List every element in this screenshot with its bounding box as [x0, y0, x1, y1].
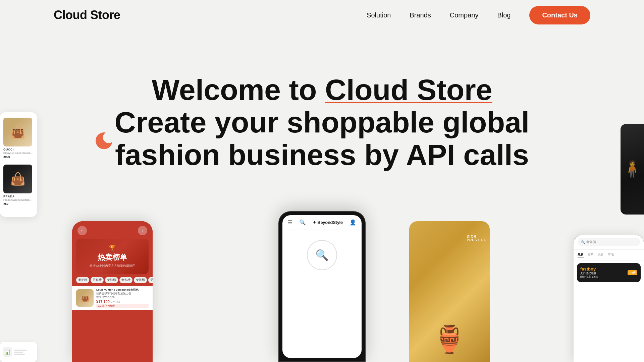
product-brand-1: GUCCI [3, 148, 34, 151]
search-text-right: 老爸裤 [586, 240, 596, 244]
product-image-1: 👜 [3, 118, 32, 146]
phone-product-row: 👜 Louis Vuitton | Boulogne女士棕色 经典交织字母帆布配… [72, 286, 153, 310]
navbar: Cloud Store Solution Brands Company Blog… [0, 0, 644, 30]
tab-latest[interactable]: 最新 [578, 252, 584, 257]
search-circle: 🔍 [307, 240, 337, 270]
phone-red-mockup: ← ↑ 🏆 热卖榜单 根据72小时内官方方销量数据排序 美护榜 男鞋榜 女鞋榜 … [72, 221, 153, 362]
nav-link-solution[interactable]: Solution [367, 11, 391, 19]
phone-badge: 8.2折 亿万销售 [96, 304, 149, 308]
dior-product-image: DIORPRESTIGE 🏺 [409, 221, 490, 362]
phone-product-thumb: 👜 [76, 289, 94, 307]
dior-label: DIORPRESTIGE [467, 235, 486, 242]
product-desc-1: Dionysus small shoulder... [3, 152, 34, 155]
promo-text: 限时促享 7.5折 [580, 275, 598, 279]
fashion-bg: 🧍 [621, 124, 644, 215]
bottom-left-stats-card: 📊 [0, 342, 37, 362]
hero-title-brand: Cloud Store [325, 73, 492, 106]
phone-price-old: ¥23114 [111, 301, 120, 304]
promo-badge: 7.5折 [628, 270, 637, 275]
phone-black-inner: ☰ 🔍 ✦ BeyondStyle 👤 🔍 [282, 215, 362, 358]
phone-banner-title: 热卖榜单 [80, 252, 145, 262]
product-price-2: ¥50 [3, 202, 34, 205]
dior-bg: DIORPRESTIGE 🏺 [409, 221, 490, 362]
phone-tab-5[interactable]: 男装 [148, 277, 153, 283]
product-price-1: ¥990 [3, 155, 34, 159]
search-icon-right: 🔍 [581, 240, 585, 244]
hero-title-plain: Welcome to [152, 73, 325, 106]
nav-link-blog[interactable]: Blog [497, 11, 511, 19]
tab-food[interactable]: 美食 [598, 252, 604, 257]
phone-product-info: Louis Vuitton | Boulogne女士棕色 经典交织字母帆布配皮波… [96, 288, 149, 308]
search-icon: 🔍 [299, 219, 306, 226]
mini-line-1 [14, 350, 27, 351]
nav-link-company[interactable]: Company [450, 11, 479, 19]
phone-banner-subtitle: 根据72小时内官方方销量数据排序 [80, 264, 145, 268]
dior-bottle-icon: 🏺 [433, 324, 466, 355]
phone-black-mockup: ☰ 🔍 ✦ BeyondStyle 👤 🔍 [278, 211, 366, 362]
hero-section: Welcome to Cloud Store Create your shopp… [0, 30, 644, 362]
product-item-2: 👜 PRADA Prada Galleria Saffiano leath...… [3, 165, 34, 205]
hero-title-line1: Welcome to Cloud Store [152, 74, 492, 106]
product-desc-2: Prada Galleria Saffiano leath... [3, 198, 34, 201]
promo-sub: 无门槛优惠券 [580, 272, 598, 275]
phone-right-inner: 🔍 老爸裤 最新 图片 美食 本地 fastboy 无门槛优惠券 限时促享 7.… [574, 235, 644, 362]
mini-line-3 [14, 354, 25, 355]
mini-lines [14, 350, 27, 355]
product-brand-2: PRADA [3, 195, 34, 198]
mini-chart-icon: 📊 [3, 347, 12, 357]
phone-price-new: ¥17,100 [96, 300, 110, 304]
phone-black-search-bar: ☰ 🔍 ✦ BeyondStyle 👤 [282, 215, 362, 230]
phone-right-search-bar[interactable]: 🔍 老爸裤 [578, 238, 640, 246]
search-circle-icon: 🔍 [315, 249, 329, 261]
phone-right-tabs: 最新 图片 美食 本地 [574, 250, 644, 260]
phone-tab-2[interactable]: 女鞋榜 [105, 277, 118, 283]
left-product-card: 👜 GUCCI Dionysus small shoulder... ¥990 … [0, 112, 37, 217]
phone-right-header: 🔍 老爸裤 [574, 235, 644, 250]
phone-tab-4[interactable]: 女装榜 [134, 277, 147, 283]
nav-link-brands[interactable]: Brands [410, 11, 431, 19]
phone-red-header: ← ↑ [72, 221, 153, 239]
product-image-2: 👜 [3, 165, 32, 193]
contact-us-button[interactable]: Contact Us [529, 6, 590, 24]
beyond-style-logo: ✦ BeyondStyle [313, 220, 342, 225]
phone-red-tabs: 美护榜 男鞋榜 女鞋榜 女包榜 女装榜 男装 [72, 274, 153, 286]
promo-logo: fastboy [580, 266, 598, 272]
mini-line-2 [14, 352, 23, 353]
phone-share-icon: ↑ [138, 226, 147, 235]
right-fashion-card: 🧍 [621, 124, 644, 215]
phone-tab-0[interactable]: 美护榜 [76, 277, 89, 283]
phone-tab-1[interactable]: 男鞋榜 [91, 277, 104, 283]
product-item-1: 👜 GUCCI Dionysus small shoulder... ¥990 [3, 118, 34, 159]
nav-links: Solution Brands Company Blog Contact Us [367, 6, 590, 24]
phone-product-brand: Louis Vuitton | Boulogne女士棕色 [96, 288, 149, 292]
phone-product-code: 型号 IWCCO00 [96, 295, 149, 299]
phone-red-banner: 🏆 热卖榜单 根据72小时内官方方销量数据排序 [76, 239, 149, 274]
phone-right-mockup: 🔍 老爸裤 最新 图片 美食 本地 fastboy 无门槛优惠券 限时促享 7.… [574, 235, 644, 362]
tab-local[interactable]: 本地 [608, 252, 614, 257]
phone-tab-3[interactable]: 女包榜 [119, 277, 132, 283]
hero-title-line2: Create your shoppable globalfashion busi… [114, 106, 529, 171]
site-logo[interactable]: Cloud Store [54, 8, 120, 22]
decorative-dot [96, 132, 112, 149]
fashion-silhouette-icon: 🧍 [622, 160, 642, 179]
phone-back-icon: ← [77, 226, 87, 235]
phone-right-promo: fastboy 无门槛优惠券 限时促享 7.5折 7.5折 [577, 263, 641, 282]
tab-images[interactable]: 图片 [588, 252, 594, 257]
phone-product-name: 经典交织字母帆布配皮波士包 [96, 292, 149, 295]
menu-icon: ☰ [288, 219, 292, 226]
trophy-icon: 🏆 [80, 245, 145, 251]
profile-icon: 👤 [350, 219, 356, 226]
